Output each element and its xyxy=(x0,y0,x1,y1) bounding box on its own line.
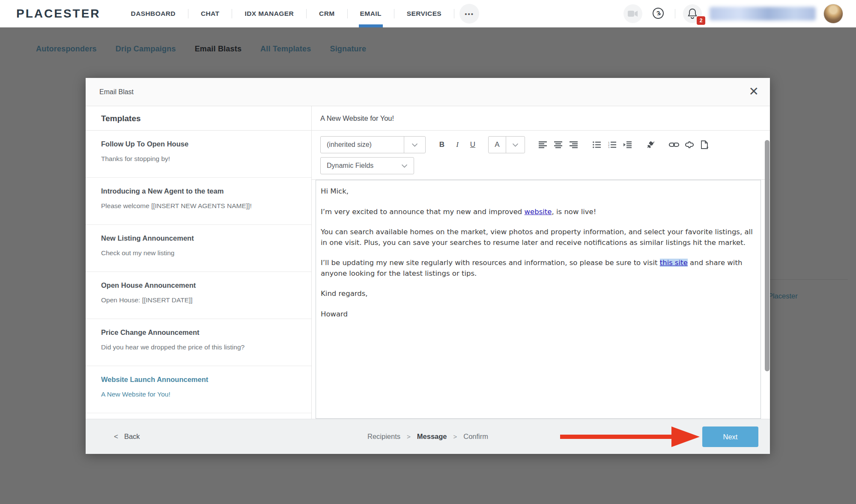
remove-link-icon[interactable] xyxy=(682,136,697,153)
template-title: Website Launch Announcement xyxy=(101,376,298,384)
modal-footer: < Back Recipients > Message > Confirm Ne… xyxy=(86,419,770,454)
nav-item-dashboard[interactable]: DASHBOARD xyxy=(119,0,188,27)
user-avatar[interactable] xyxy=(823,4,843,24)
svg-text:3: 3 xyxy=(608,146,610,149)
body-signature: Howard xyxy=(321,309,753,320)
underline-button[interactable]: U xyxy=(465,136,480,153)
body-paragraph-3: I’ll be updating my new site regularly w… xyxy=(321,258,753,279)
insert-file-icon[interactable] xyxy=(697,136,713,153)
template-title: Price Change Announcement xyxy=(101,328,298,337)
wizard-steps: Recipients > Message > Confirm xyxy=(367,419,488,454)
subject-field[interactable]: A New Website for You! xyxy=(312,106,770,131)
nav-item-idx-manager[interactable]: IDX MANAGER xyxy=(232,0,306,27)
video-camera-icon[interactable] xyxy=(623,4,642,23)
step-recipients: Recipients xyxy=(367,432,400,441)
templates-heading: Templates xyxy=(86,106,311,131)
align-left-icon[interactable] xyxy=(535,136,551,153)
template-item-price-change[interactable]: Price Change Announcement Did you hear w… xyxy=(86,319,311,366)
modal-scrollbar[interactable] xyxy=(765,140,770,371)
modal-header: Email Blast ✕ xyxy=(86,78,770,106)
template-title: Introducing a New Agent to the team xyxy=(101,187,298,195)
nav-item-crm[interactable]: CRM xyxy=(307,0,347,27)
template-title: Follow Up To Open House xyxy=(101,140,298,148)
template-subtitle: Did you hear we dropped the price of thi… xyxy=(101,343,298,351)
help-glyph: ? xyxy=(651,6,666,21)
template-subtitle: A New Website for You! xyxy=(101,391,298,398)
modal-title: Email Blast xyxy=(99,78,134,106)
body-closing: Kind regards, xyxy=(321,289,753,299)
chevron-down-icon xyxy=(506,137,525,153)
help-icon[interactable]: ? xyxy=(650,5,667,22)
italic-button[interactable]: I xyxy=(450,136,465,153)
website-link[interactable]: website xyxy=(525,208,552,216)
template-subtitle: Please welcome [[INSERT NEW AGENTS NAME]… xyxy=(101,202,298,210)
body-greeting: Hi Mick, xyxy=(321,186,753,197)
body-text: , is now live! xyxy=(552,208,596,216)
templates-panel: Templates Follow Up To Open House Thanks… xyxy=(86,106,312,419)
template-item-new-agent[interactable]: Introducing a New Agent to the team Plea… xyxy=(86,178,311,225)
nav-item-chat[interactable]: CHAT xyxy=(188,0,232,27)
video-camera-glyph xyxy=(628,10,638,17)
body-paragraph-1: I’m very excited to announce that my new… xyxy=(321,207,753,218)
email-body-editor[interactable]: Hi Mick, I’m very excited to announce th… xyxy=(316,180,761,419)
bold-button[interactable]: B xyxy=(434,136,450,153)
bullet-list-icon[interactable] xyxy=(589,136,605,153)
nav-divider xyxy=(675,9,675,18)
step-confirm: Confirm xyxy=(463,432,488,441)
notifications-button[interactable]: 2 xyxy=(683,4,702,23)
template-item-follow-up[interactable]: Follow Up To Open House Thanks for stopp… xyxy=(86,131,311,178)
format-buttons: B I U A xyxy=(434,136,713,153)
dynamic-fields-label: Dynamic Fields xyxy=(321,162,395,170)
nav-divider xyxy=(454,9,454,18)
font-size-value: (inherited size) xyxy=(321,141,404,149)
body-paragraph-2: You can search available homes on the ma… xyxy=(321,227,753,248)
step-message: Message xyxy=(417,432,447,441)
step-separator: > xyxy=(453,433,457,440)
nav-item-email[interactable]: EMAIL xyxy=(348,0,394,27)
svg-text:?: ? xyxy=(656,10,660,17)
body-text: I’ll be updating my new site regularly w… xyxy=(321,259,660,267)
editor-panel: A New Website for You! (inherited size) … xyxy=(312,106,770,419)
nav-items: DASHBOARD CHAT IDX MANAGER CRM EMAIL SER… xyxy=(119,0,480,27)
template-subtitle: Open House: [[INSERT DATE]] xyxy=(101,296,298,304)
bell-icon xyxy=(687,8,698,19)
chevron-left-icon: < xyxy=(114,432,118,441)
clear-formatting-icon[interactable] xyxy=(643,136,659,153)
step-separator: > xyxy=(407,433,411,440)
numbered-list-icon[interactable]: 123 xyxy=(605,136,620,153)
notification-badge: 2 xyxy=(697,16,705,25)
next-button[interactable]: Next xyxy=(702,426,758,447)
nav-right-cluster: ? 2 xyxy=(623,4,856,24)
template-item-new-listing[interactable]: New Listing Announcement Check out my ne… xyxy=(86,225,311,272)
text-color-label: A xyxy=(489,137,506,153)
close-icon[interactable]: ✕ xyxy=(749,83,759,100)
insert-link-icon[interactable] xyxy=(666,136,682,153)
template-title: New Listing Announcement xyxy=(101,234,298,242)
dynamic-fields-select[interactable]: Dynamic Fields xyxy=(320,157,414,174)
top-navigation: PLACESTER DASHBOARD CHAT IDX MANAGER CRM… xyxy=(0,0,856,27)
more-menu-button[interactable]: ••• xyxy=(459,4,479,24)
body-text: I’m very excited to announce that my new… xyxy=(321,208,525,216)
template-subtitle: Thanks for stopping by! xyxy=(101,155,298,163)
chevron-down-icon xyxy=(395,158,414,174)
email-blast-modal: Email Blast ✕ Templates Follow Up To Ope… xyxy=(86,78,770,454)
screen: PLACESTER DASHBOARD CHAT IDX MANAGER CRM… xyxy=(0,0,856,504)
indent-icon[interactable] xyxy=(620,136,635,153)
placester-logo[interactable]: PLACESTER xyxy=(16,7,101,21)
text-color-select[interactable]: A xyxy=(488,136,525,153)
align-right-icon[interactable] xyxy=(566,136,582,153)
annotation-arrow xyxy=(557,425,702,448)
nav-item-services[interactable]: SERVICES xyxy=(394,0,454,27)
template-item-open-house[interactable]: Open House Announcement Open House: [[IN… xyxy=(86,272,311,319)
font-size-select[interactable]: (inherited size) xyxy=(320,136,426,153)
back-label: Back xyxy=(124,432,140,441)
template-item-website-launch[interactable]: Website Launch Announcement A New Websit… xyxy=(86,366,311,413)
template-subtitle: Check out my new listing xyxy=(101,249,298,257)
back-button[interactable]: < Back xyxy=(114,419,140,454)
template-title: Open House Announcement xyxy=(101,281,298,289)
user-name-redacted[interactable] xyxy=(710,7,816,21)
chevron-down-icon xyxy=(404,137,425,153)
this-site-link[interactable]: this site xyxy=(660,259,688,267)
align-center-icon[interactable] xyxy=(551,136,566,153)
editor-toolbar: (inherited size) Dynamic Fields B I U xyxy=(312,131,770,180)
